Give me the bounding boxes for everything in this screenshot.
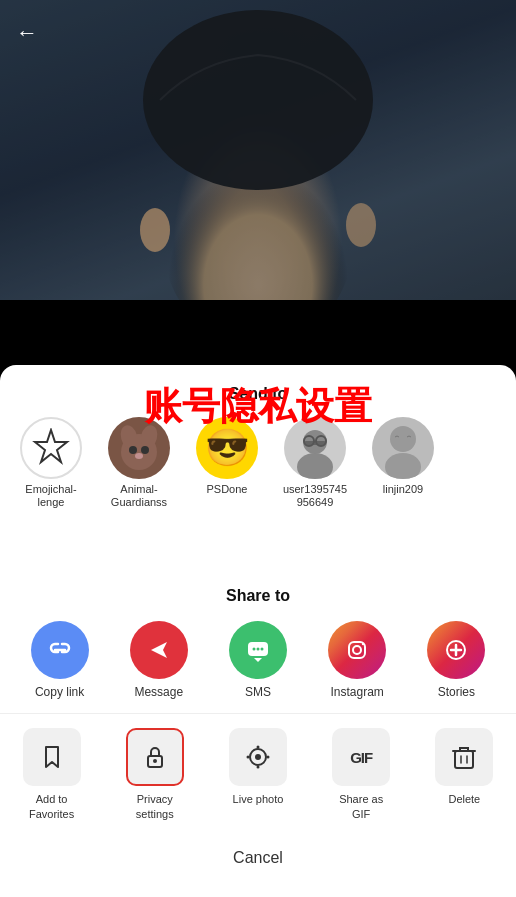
stories-label: Stories <box>438 685 475 699</box>
svg-point-29 <box>153 759 157 763</box>
svg-point-31 <box>255 754 261 760</box>
svg-point-13 <box>297 453 333 479</box>
delete-label: Delete <box>448 792 480 806</box>
contact-emojichallenge[interactable]: Emojichal-lenge <box>16 417 86 509</box>
share-stories[interactable]: Stories <box>416 621 496 699</box>
svg-point-11 <box>135 453 143 459</box>
contact-avatar-emojichallenge <box>20 417 82 479</box>
sms-label: SMS <box>245 685 271 699</box>
share-message[interactable]: Message <box>119 621 199 699</box>
message-label: Message <box>134 685 183 699</box>
bottom-sheet: Send to Emojichal-lenge <box>0 365 516 897</box>
message-icon <box>130 621 188 679</box>
contact-label-psdone: PSDone <box>207 483 248 496</box>
svg-rect-2 <box>0 0 516 300</box>
svg-point-17 <box>390 426 416 452</box>
contact-label-animalgardianss: Animal-Guardianss <box>111 483 167 509</box>
contact-label-emojichallenge: Emojichal-lenge <box>25 483 76 509</box>
hero-image: ← <box>0 0 516 300</box>
svg-point-35 <box>266 756 269 759</box>
action-add-to-favorites[interactable]: Add toFavorites <box>12 728 92 821</box>
svg-point-26 <box>362 643 364 645</box>
contact-animalgardianss[interactable]: Animal-Guardianss <box>104 417 174 509</box>
copy-link-icon <box>31 621 89 679</box>
svg-point-34 <box>246 756 249 759</box>
contact-psdone[interactable]: 😎 PSDone <box>192 417 262 509</box>
svg-marker-19 <box>151 642 167 658</box>
sms-icon <box>229 621 287 679</box>
action-delete[interactable]: Delete <box>424 728 504 821</box>
action-privacy-settings[interactable]: Privacysettings <box>115 728 195 821</box>
share-instagram[interactable]: Instagram <box>317 621 397 699</box>
contact-user1395745956649[interactable]: user1395745956649 <box>280 417 350 509</box>
live-photo-icon <box>229 728 287 786</box>
divider <box>0 713 516 714</box>
stories-icon <box>427 621 485 679</box>
svg-point-3 <box>140 208 170 252</box>
add-to-favorites-icon <box>23 728 81 786</box>
svg-marker-5 <box>35 430 67 462</box>
send-to-title: Send to <box>0 375 516 409</box>
copy-link-label: Copy link <box>35 685 84 699</box>
svg-point-4 <box>346 203 376 247</box>
action-live-photo[interactable]: Live photo <box>218 728 298 821</box>
svg-point-18 <box>385 453 421 479</box>
svg-point-32 <box>256 746 259 749</box>
add-to-favorites-label: Add toFavorites <box>29 792 74 821</box>
svg-point-33 <box>256 766 259 769</box>
share-copy-link[interactable]: Copy link <box>20 621 100 699</box>
svg-point-21 <box>252 648 255 651</box>
instagram-label: Instagram <box>330 685 383 699</box>
actions-row: Add toFavorites Privacysettings <box>0 718 516 827</box>
hero-svg <box>0 0 516 300</box>
contacts-row: Emojichal-lenge Animal-Guardianss <box>0 409 516 517</box>
contact-avatar-psdone: 😎 <box>196 417 258 479</box>
svg-rect-14 <box>304 441 326 445</box>
contact-linjin209[interactable]: linjin209 <box>368 417 438 509</box>
contact-label-linjin209: linjin209 <box>383 483 423 496</box>
contact-label-user1395745956649: user1395745956649 <box>283 483 347 509</box>
privacy-settings-label: Privacysettings <box>136 792 174 821</box>
share-to-title: Share to <box>0 577 516 611</box>
cancel-button[interactable]: Cancel <box>16 835 500 881</box>
delete-icon <box>435 728 493 786</box>
share-to-row: Copy link Message <box>0 611 516 709</box>
svg-point-25 <box>353 646 361 654</box>
contact-avatar-animalgardianss <box>108 417 170 479</box>
send-to-section: Send to Emojichal-lenge <box>0 375 516 517</box>
share-to-section: Share to Copy link <box>0 577 516 709</box>
share-sms[interactable]: SMS <box>218 621 298 699</box>
back-button[interactable]: ← <box>16 20 38 46</box>
svg-point-9 <box>129 446 137 454</box>
contact-avatar-linjin209 <box>372 417 434 479</box>
svg-rect-36 <box>455 751 473 768</box>
action-share-as-gif[interactable]: GIF Share asGIF <box>321 728 401 821</box>
instagram-icon <box>328 621 386 679</box>
svg-point-23 <box>260 648 263 651</box>
contact-avatar-user1395745956649 <box>284 417 346 479</box>
svg-point-10 <box>141 446 149 454</box>
share-as-gif-icon: GIF <box>332 728 390 786</box>
live-photo-label: Live photo <box>233 792 284 806</box>
share-as-gif-label: Share asGIF <box>339 792 383 821</box>
svg-point-22 <box>256 648 259 651</box>
privacy-settings-icon <box>126 728 184 786</box>
